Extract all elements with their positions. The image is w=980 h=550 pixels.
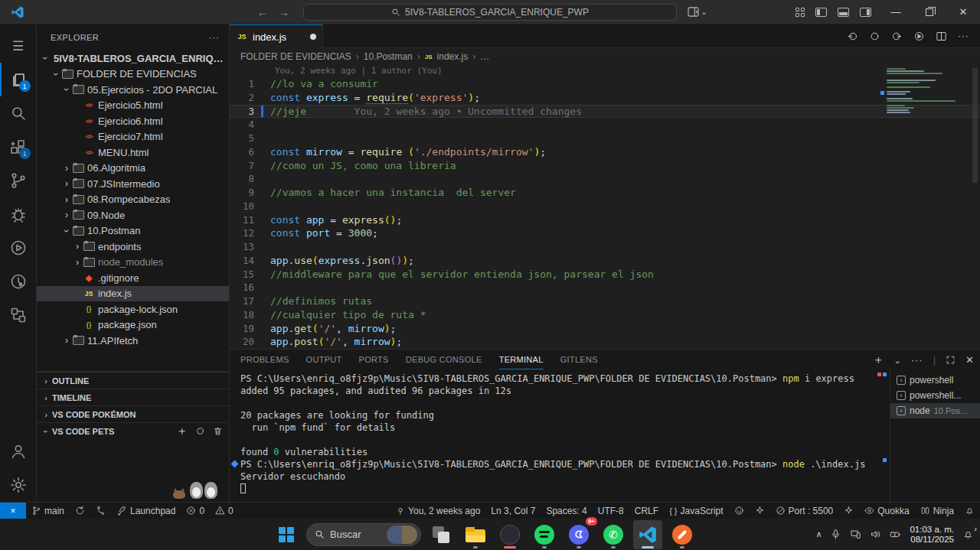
source-control-icon[interactable] [0,164,37,197]
launch-profile-icon[interactable]: ⌄ [893,354,900,366]
close-panel-icon[interactable]: ✕ [965,354,974,366]
tree-item-package-lock-json[interactable]: {}package-lock.json [37,301,229,317]
panel-tab-terminal[interactable]: TERMINAL [499,350,544,369]
toggle-secondary-sidebar-icon[interactable] [860,8,871,17]
dark-app-button[interactable] [495,520,524,549]
code-line-17[interactable]: 17//definimos rutas [230,295,980,308]
breadcrumb-item[interactable]: index.js [437,51,469,62]
status-notifications[interactable] [959,503,980,519]
status-quokka[interactable]: Quokka [859,503,914,519]
tray-clock[interactable]: 01:03 a. m.08/11/2025 [910,525,954,545]
search-box[interactable]: Buscar [306,523,421,546]
panel-tab-gitlens[interactable]: GITLENS [560,350,598,369]
code-editor[interactable]: You, 2 weeks ago | 1 author (You) 1//lo … [230,65,980,349]
tree-item-menu-html[interactable]: </>MENU.html [37,145,229,161]
code-line-18[interactable]: 18//cualquier tipo de ruta * [230,308,980,322]
nav-forward-button[interactable]: → [279,6,289,18]
tree-item-06-algoritmia[interactable]: ›06.Algoritmia [37,161,229,177]
section-vs-code-pets[interactable]: ›VS CODE PETS＋ [37,422,229,439]
breadcrumb-item[interactable]: 10.Postman [364,51,413,62]
discord-button[interactable]: ᗧ9+ [564,520,593,549]
tab-indexjs[interactable]: JS index.js [230,24,323,48]
code-line-20[interactable]: 20app.post('/', mirrow); [230,335,980,349]
section-vs-code-pok-mon[interactable]: ›VS CODE POKÉMON [37,405,229,422]
gitlens-changes-icon[interactable] [869,31,880,42]
toggle-panel-icon[interactable] [838,8,849,17]
gitlens-prev-change-icon[interactable] [847,31,858,42]
remote-indicator-button[interactable]: × [0,503,26,519]
mic-icon[interactable] [830,529,841,540]
code-line-12[interactable]: 12const port = 3000; [230,226,980,240]
remove-pet-icon[interactable] [213,426,223,436]
restore-button[interactable] [913,0,946,24]
breadcrumb-item[interactable]: FOLDER DE EVIDENCIAS [240,51,351,62]
nav-back-button[interactable]: ← [257,6,268,18]
status-gitlens-branch[interactable] [90,503,111,519]
orange-app-button[interactable] [668,520,697,549]
settings-gear-icon[interactable] [0,468,37,502]
code-line-2[interactable]: 2const express = require('express'); [230,91,980,105]
status-errors[interactable]: 0 [181,503,210,519]
code-line-4[interactable]: 4 [230,118,980,132]
status-sync[interactable] [70,503,90,519]
split-editor-icon[interactable] [936,31,947,42]
start-button[interactable] [272,520,301,549]
vscode-button[interactable] [633,520,662,549]
status-warnings[interactable]: 0 [210,503,239,519]
tree-item-ejercicio7-html[interactable]: </>Ejercicio7.html [37,129,229,145]
status-github-face[interactable] [729,503,750,519]
pet-bird-1[interactable] [190,482,203,499]
add-pet-icon[interactable]: ＋ [176,424,188,438]
tree-item-05-ejercicios-2do-parcial[interactable]: ›05.Ejercicios - 2DO PARCIAL [37,82,229,98]
run-tool-icon[interactable] [0,231,37,265]
panel-tab-problems[interactable]: PROBLEMS [240,350,289,369]
tree-item-5iv8-tableros-garcia-enrique-pwp[interactable]: ›5IV8-TABLEROS_GARCIA_ENRIQUE_PWP [37,50,229,67]
tree-item-node-modules[interactable]: ›node_modules [37,255,229,271]
live-tool-icon[interactable] [0,265,37,298]
status-spark[interactable] [750,503,770,519]
editor-scrollbar[interactable] [972,68,978,183]
section-outline[interactable]: ›OUTLINE [37,372,229,389]
section-timeline[interactable]: ›TIMELINE [37,389,229,405]
terminal-instance-node[interactable]: ›node10.Pos... [890,403,980,418]
account-icon[interactable] [0,434,37,468]
tree-item-10-postman[interactable]: ›10.Postman [37,223,229,239]
speaker-icon[interactable] [870,529,881,540]
extensions-icon[interactable]: 1 [0,130,37,164]
command-center-search[interactable]: 5IV8-TABLEROS_GARCIA_ENRIQUE_PWP [303,4,677,21]
code-line-1[interactable]: 1//lo va a consumir [230,77,980,91]
run-file-icon[interactable] [913,31,925,42]
code-line-15[interactable]: 15//middleware para que el servidor enti… [230,268,980,282]
tree-item-folder-de-evidencias[interactable]: ›FOLDER DE EVIDENCIAS [37,67,229,83]
tree-item-08-rompecabezas[interactable]: ›08.Rompecabezas [37,192,229,208]
minimize-button[interactable]: — [879,0,913,24]
more-icon[interactable]: ··· [911,354,923,366]
file-explorer-button[interactable] [461,520,490,549]
whatsapp-button[interactable]: ✆ [599,520,628,549]
tree-item-endpoints[interactable]: ›endpoints [37,239,229,255]
status-blame[interactable]: You, 2 weeks ago [390,503,485,519]
terminal-instance-powershell[interactable]: ›powershell [890,373,980,388]
code-line-16[interactable]: 16 [230,281,980,295]
cast-display-icon[interactable] [850,529,861,540]
unsaved-dot-icon[interactable] [310,34,316,40]
remote-explorer-icon[interactable] [0,298,37,332]
code-line-3[interactable]: 3//jeje You, 2 weeks ago • Uncommitted c… [230,105,980,119]
tray-chevron-icon[interactable]: ∧ [815,529,822,539]
gitlens-next-change-icon[interactable] [891,31,903,42]
spotify-button[interactable] [530,520,559,549]
more-actions-icon[interactable]: ··· [958,31,969,41]
code-line-7[interactable]: 7//como un JS, como una libreria [230,159,980,173]
maximize-panel-icon[interactable] [946,355,956,365]
tree-item-index-js[interactable]: JSindex.js [37,286,229,302]
bell-icon[interactable]: z [962,529,974,540]
explorer-icon[interactable]: 1 [0,63,37,96]
status-language-mode[interactable]: { }JavaScript [664,503,728,519]
status-encoding[interactable]: UTF-8 [593,503,629,519]
menu-icon[interactable]: ☰ [0,29,37,63]
tree-item-ejercicio6-html[interactable]: </>Ejercicio6.html [37,113,229,129]
panel-tab-debug-console[interactable]: DEBUG CONSOLE [406,350,482,369]
status-git-branch[interactable]: main [26,503,70,519]
command-decoration-icon[interactable] [231,461,239,468]
tree-item--gitignore[interactable]: ◆.gitignore [37,270,229,286]
